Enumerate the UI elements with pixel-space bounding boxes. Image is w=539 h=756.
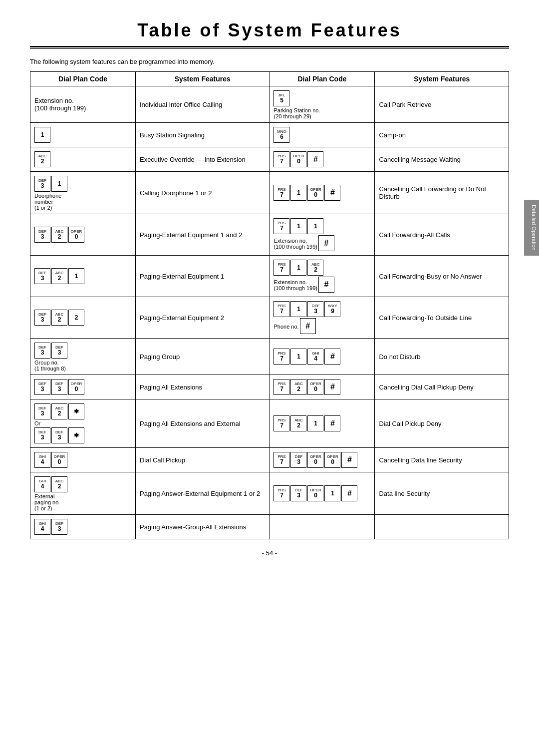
feature-label: Paging-External Equipment 2 — [140, 314, 224, 322]
header-dial-1: Dial Plan Code — [30, 72, 136, 86]
key-hash: # — [318, 235, 334, 251]
group-note: Group no.(1 through 8) — [34, 360, 131, 372]
key-group: PRS7 1 GHI4 # — [273, 349, 370, 365]
ext-paging-note: Externalpaging no.(1 or 2) — [34, 493, 131, 511]
key-OPER0a: OPER0 — [307, 452, 323, 468]
key-group: PRS7 ABC2 1 # — [273, 415, 370, 431]
key-PRS7: PRS7 — [273, 379, 289, 395]
key-hash: # — [341, 452, 357, 468]
key-PRS7: PRS7 — [273, 301, 289, 317]
key-group: JKL5 — [273, 90, 370, 106]
feature-cell: Call Forwarding-To Outside Line — [375, 297, 509, 339]
key-PRS7: PRS7 — [273, 260, 289, 276]
key-star: ✱ — [68, 403, 84, 419]
feature-cell: Paging Answer-External Equipment 1 or 2 — [135, 472, 270, 515]
table-row: DEF3 DEF3 Group no.(1 through 8) Paging … — [30, 339, 509, 375]
feature-label: Camp-on — [379, 131, 405, 139]
feature-cell: Do not Disturb — [375, 339, 509, 375]
header-dial-2: Dial Plan Code — [270, 72, 375, 86]
table-row: GHI4 ABC2 Externalpaging no.(1 or 2) Pag… — [30, 472, 509, 515]
key-hash: # — [341, 485, 357, 501]
feature-label: Data line Security — [379, 490, 430, 497]
key-DEF3: DEF3 — [34, 403, 50, 419]
feature-label: Cancelling Dial Call Pickup Deny — [379, 383, 473, 391]
key-group-2: Extension no.(100 through 199) # — [273, 235, 370, 251]
feature-label: Cancelling Data line Security — [379, 456, 462, 464]
key-1: 1 — [324, 485, 340, 501]
table-row: DEF3 DEF3 OPER0 Paging All Extensions PR… — [30, 375, 509, 399]
key-PRS7: PRS7 — [273, 218, 289, 234]
key-hash: # — [318, 277, 334, 293]
key-DEF3: DEF3 — [290, 485, 306, 501]
key-group: 1 — [34, 127, 131, 143]
dial-code-cell: Extension no.(100 through 199) — [30, 86, 136, 123]
phone-note: Phone no. — [273, 324, 298, 330]
feature-label: Do not Disturb — [379, 353, 420, 361]
key-ABC2: ABC2 — [51, 476, 67, 492]
key-group: PRS7 DEF3 OPER0 1 # — [273, 485, 370, 501]
feature-label: Dial Call Pickup — [140, 456, 185, 464]
key-group-2: Phone no. # — [273, 318, 370, 334]
dial-code-cell: 1 — [30, 123, 136, 147]
feature-label: Executive Override — into Extension — [140, 156, 246, 163]
key-hash: # — [324, 379, 340, 395]
table-row: DEF3 ABC2 ✱ Or DEF3 DEF3 ✱ Paging All Ex… — [30, 399, 509, 448]
dial-code-cell: PRS7 1 GHI4 # — [270, 339, 375, 375]
feature-label: Individual Inter Office Calling — [140, 101, 222, 108]
dial-code-cell: PRS7 DEF3 OPER0 OPER0 # — [270, 448, 375, 472]
key-star2: ✱ — [68, 427, 84, 443]
feature-cell — [375, 515, 509, 539]
table-row: Extension no.(100 through 199) Individua… — [30, 86, 509, 123]
key-hash: # — [324, 185, 340, 201]
key-group: PRS7 1 DEF3 WXY9 — [273, 301, 370, 317]
feature-cell: Camp-on — [375, 123, 509, 147]
feature-label: Cancelling Message Waiting — [379, 156, 461, 163]
table-row: DEF3 ABC2 OPER0 Paging-External Equipmen… — [30, 214, 509, 256]
key-1: 1 — [290, 185, 306, 201]
key-GHI4: GHI4 — [307, 349, 323, 365]
key-group: MNO6 — [273, 127, 370, 143]
feature-label: Paging Group — [140, 353, 180, 361]
key-MNO6: MNO6 — [273, 127, 289, 143]
feature-label: Busy Station Signaling — [140, 131, 205, 139]
key-ABC2: ABC2 — [51, 268, 67, 284]
feature-label: Call Forwarding-To Outside Line — [379, 314, 472, 322]
key-DEF3: DEF3 — [51, 519, 67, 535]
side-tab: Detailed Operation — [524, 200, 539, 256]
key-group-alt: DEF3 DEF3 ✱ — [34, 427, 131, 443]
key-OPER0: OPER0 — [51, 452, 67, 468]
key-group: GHI4 ABC2 — [34, 476, 131, 492]
key-group: PRS7 OPER0 # — [273, 151, 370, 167]
feature-label: Dial Call Pickup Deny — [379, 420, 441, 427]
key-hash: # — [324, 349, 340, 365]
key-group: DEF3 ABC2 2 — [34, 310, 131, 326]
table-row: DEF3 ABC2 2 Paging-External Equipment 2 … — [30, 297, 509, 339]
key-ABC2: ABC2 — [51, 403, 67, 419]
feature-label: Cancelling Call Forwarding or Do Not Dis… — [379, 185, 486, 200]
key-ABC2: ABC2 — [51, 227, 67, 243]
feature-label: Call Forwarding-Busy or No Answer — [379, 273, 482, 280]
table-row: DEF3 1 Doorphonenumber(1 or 2) Calling D… — [30, 172, 509, 214]
table-row: ABC2 Executive Override — into Extension… — [30, 147, 509, 172]
features-table: Dial Plan Code System Features Dial Plan… — [30, 71, 509, 539]
key-group: DEF3 ABC2 OPER0 — [34, 227, 131, 243]
key-OPER0: OPER0 — [307, 185, 323, 201]
feature-cell: Paging-External Equipment 1 — [135, 256, 270, 297]
table-row: 1 Busy Station Signaling MNO6 Camp-on — [30, 123, 509, 147]
key-group: DEF3 1 — [34, 176, 131, 192]
key-DEF3: DEF3 — [307, 301, 323, 317]
key-DEF3: DEF3 — [34, 343, 50, 359]
feature-cell: Calling Doorphone 1 or 2 — [135, 172, 270, 214]
feature-cell: Paging-External Equipment 2 — [135, 297, 270, 339]
or-label: Or — [34, 420, 131, 426]
key-PRS7: PRS7 — [273, 185, 289, 201]
feature-cell: Cancelling Dial Call Pickup Deny — [375, 375, 509, 399]
feature-label: Paging All Extensions and External — [140, 420, 241, 427]
parking-note: Parking Station no.(20 through 29) — [273, 107, 370, 119]
key-OPER0: OPER0 — [68, 227, 84, 243]
feature-cell: Data line Security — [375, 472, 509, 515]
feature-cell: Individual Inter Office Calling — [135, 86, 270, 123]
feature-cell: Call Forwarding-All Calls — [375, 214, 509, 256]
feature-label: Calling Doorphone 1 or 2 — [140, 189, 212, 197]
doorphone-note: Doorphonenumber(1 or 2) — [34, 193, 131, 211]
